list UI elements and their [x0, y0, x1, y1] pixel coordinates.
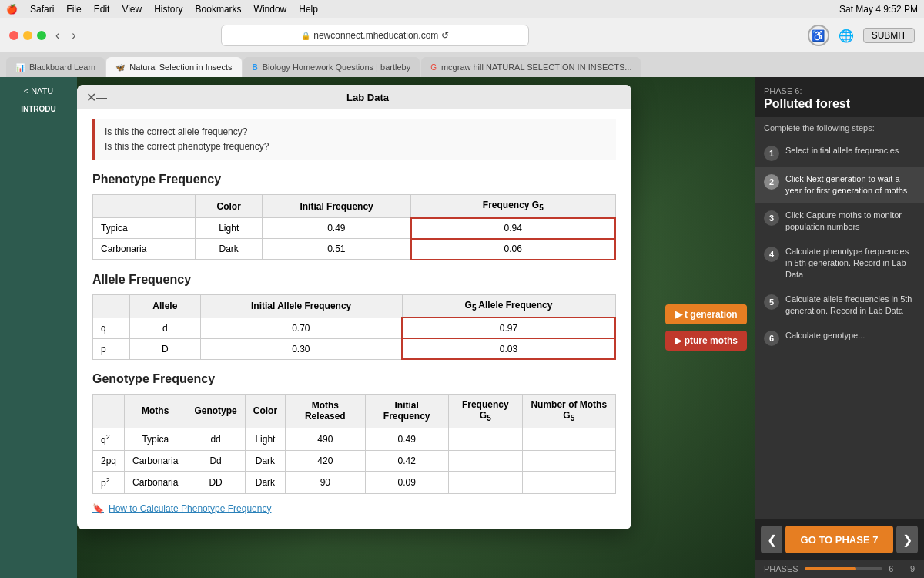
gt-p2-initial: 0.09	[365, 471, 448, 493]
tab-natural-selection[interactable]: 🦋 Natural Selection in Insects	[106, 57, 241, 77]
step-text-5: Calculate allele frequencies in 5th gene…	[785, 294, 915, 318]
step-num-5: 5	[764, 294, 779, 310]
genotype-section-title: Genotype Frequency	[92, 372, 616, 386]
gt-2pq-freq-g5	[448, 450, 522, 471]
modal-title: Lab Data	[113, 92, 622, 103]
gt-q2-released: 490	[286, 428, 365, 450]
al-p-initial: 0.30	[200, 338, 402, 359]
ph-typica-color: Light	[196, 218, 263, 239]
ph-carbonaria-label: Carbonaria	[93, 239, 196, 260]
submit-button[interactable]: SUBMIT	[863, 28, 915, 43]
gt-col-moths: Moths	[125, 395, 186, 428]
al-q-g5-input[interactable]	[404, 321, 613, 335]
table-row: q2 Typica dd Light 490 0.49	[93, 428, 616, 450]
ph-typica-g5-input[interactable]	[413, 221, 613, 235]
accessibility-icon[interactable]: ♿	[808, 25, 829, 46]
step-text-6: Calculate genotype...	[785, 330, 865, 341]
table-row: Carbonaria Dark 0.51	[93, 239, 616, 260]
phase-step-5: 5 Calculate allele frequencies in 5th ge…	[755, 287, 924, 324]
gt-col-empty	[93, 395, 125, 428]
gt-q2-label: q2	[93, 428, 125, 450]
apple-menu[interactable]: 🍎	[6, 4, 18, 15]
phase-step-6: 6 Calculate genotype...	[755, 324, 924, 352]
ph-carbonaria-g5-cell[interactable]	[411, 239, 615, 260]
table-row: q d 0.70	[93, 318, 616, 338]
gt-q2-freq-g5	[448, 428, 522, 450]
al-col-initial: Initial Allele Frequency	[200, 294, 402, 318]
menu-file[interactable]: File	[66, 4, 81, 15]
close-button[interactable]	[9, 31, 18, 40]
step-num-6: 6	[764, 331, 779, 346]
al-q-g5-cell[interactable]	[402, 318, 615, 338]
gt-2pq-released: 420	[286, 450, 365, 471]
gt-p2-released: 90	[286, 471, 365, 493]
al-p-g5-input[interactable]	[404, 342, 613, 356]
menu-help[interactable]: Help	[299, 4, 318, 15]
menu-view[interactable]: View	[122, 4, 142, 15]
sidebar-back-button[interactable]: < NATU	[18, 83, 60, 99]
address-bar[interactable]: 🔒 newconnect.mheducation.com ↺	[221, 25, 529, 46]
go-to-phase-button[interactable]: GO TO PHASE 7	[785, 526, 893, 553]
menu-edit[interactable]: Edit	[94, 4, 110, 15]
maximize-button[interactable]	[37, 31, 46, 40]
tab-mcgraw[interactable]: G mcgraw hill NATURAL SELECTION IN INSEC…	[421, 57, 641, 77]
forest-area: ▶ t generation ▶ pture moths ✕ — Lab Dat…	[77, 77, 755, 578]
menu-safari[interactable]: Safari	[30, 4, 54, 15]
minimize-button[interactable]	[23, 31, 32, 40]
ph-carbonaria-color: Dark	[196, 239, 263, 260]
capture-moths-button[interactable]: ▶ pture moths	[665, 331, 747, 351]
gt-2pq-moths: Carbonaria	[125, 450, 186, 471]
lab-data-modal[interactable]: ✕ — Lab Data Is this the correct allele …	[77, 85, 631, 529]
help-link-text: How to Calculate Phenotype Frequency	[109, 503, 271, 514]
table-row: 2pq Carbonaria Dd Dark 420 0.42	[93, 450, 616, 471]
prev-phase-button[interactable]: ❮	[761, 526, 782, 553]
menu-bookmarks[interactable]: Bookmarks	[196, 4, 242, 15]
refresh-icon[interactable]: ↺	[441, 30, 449, 41]
next-phase-button[interactable]: ❯	[896, 526, 918, 553]
url-text: newconnect.mheducation.com	[313, 30, 438, 41]
gt-col-initial-freq: Initial Frequency	[365, 395, 448, 428]
phase-step-1: 1 Select initial allele frequencies	[755, 139, 924, 167]
gt-q2-color: Light	[245, 428, 285, 450]
gt-p2-label: p2	[93, 471, 125, 493]
ph-typica-initial: 0.49	[263, 218, 411, 239]
phase-steps: 1 Select initial allele frequencies 2 Cl…	[755, 136, 924, 519]
step-text-3: Click Capture moths to monitor populatio…	[785, 210, 915, 234]
modal-minimize-button[interactable]: —	[96, 91, 107, 103]
gt-2pq-genotype: Dd	[186, 450, 245, 471]
phase-header: PHASE 6: Polluted forest	[755, 77, 924, 117]
tab-biology[interactable]: B Biology Homework Questions | bartleby	[243, 57, 420, 77]
gt-2pq-initial: 0.42	[365, 450, 448, 471]
forward-button[interactable]: ›	[69, 27, 79, 44]
gt-col-color: Color	[245, 395, 285, 428]
tab-blackboard[interactable]: 📊 Blackboard Learn	[6, 57, 105, 77]
ph-carbonaria-g5-input[interactable]	[413, 242, 613, 256]
menubar-time: Sat May 4 9:52 PM	[839, 4, 918, 15]
al-p-g5-cell[interactable]	[402, 338, 615, 359]
al-p-label: p	[93, 338, 130, 359]
help-link[interactable]: 🔖 How to Calculate Phenotype Frequency	[92, 503, 616, 514]
gt-col-freq-g5: Frequency G5	[448, 395, 522, 428]
ph-typica-label: Typica	[93, 218, 196, 239]
gt-q2-genotype: dd	[186, 428, 245, 450]
globe-icon[interactable]: 🌐	[839, 29, 854, 43]
gt-p2-num-g5	[522, 471, 615, 493]
ph-typica-g5-cell[interactable]	[411, 218, 615, 239]
menu-window[interactable]: Window	[254, 4, 287, 15]
step-num-3: 3	[764, 210, 779, 226]
phase-nav: ❮ GO TO PHASE 7 ❯	[755, 519, 924, 560]
back-button[interactable]: ‹	[52, 27, 62, 44]
ph-col-initial: Initial Frequency	[263, 195, 411, 218]
al-p-allele: D	[129, 338, 200, 359]
al-col-empty	[93, 294, 130, 318]
gt-col-genotype: Genotype	[186, 395, 245, 428]
phase-panel: PHASE 6: Polluted forest Complete the fo…	[755, 77, 924, 578]
modal-close-button[interactable]: ✕	[86, 90, 96, 105]
next-generation-button[interactable]: ▶ t generation	[665, 304, 747, 324]
menu-history[interactable]: History	[154, 4, 182, 15]
step-text-1: Select initial allele frequencies	[785, 145, 899, 156]
table-row: p2 Carbonaria DD Dark 90 0.09	[93, 471, 616, 493]
al-q-initial: 0.70	[200, 318, 402, 338]
ph-carbonaria-initial: 0.51	[263, 239, 411, 260]
alert-line-1: Is this the correct allele frequency?	[105, 125, 607, 139]
